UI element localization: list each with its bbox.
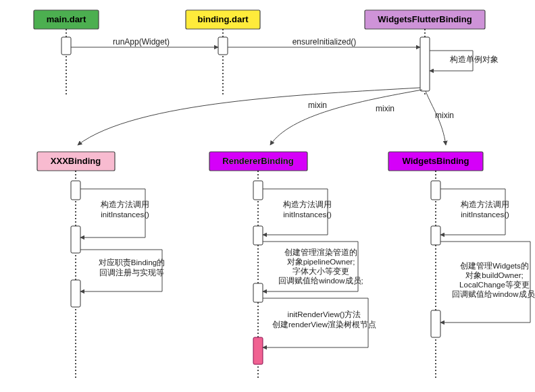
msg-construct-singleton: 构造单例对象 [430, 51, 499, 71]
msg-renderer-pipelineowner: 创建管理渲染管道的 对象pipelineOwner; 字体大小等变更 回调赋值给… [263, 242, 363, 291]
msg-runapp: runApp(Widget) [71, 37, 218, 47]
participant-binding-label: binding.dart [197, 14, 249, 24]
msg-widgets-initinstances: 构造方法调用 initInstances() [440, 189, 509, 235]
svg-text:创建管理渲染管道的: 创建管理渲染管道的 [284, 248, 357, 256]
svg-text:对象buildOwner;: 对象buildOwner; [465, 271, 523, 279]
participant-wfb: WidgetsFlutterBinding [365, 10, 485, 94]
svg-text:对象pipelineOwner;: 对象pipelineOwner; [287, 258, 355, 266]
participant-widgets-label: WidgetsBinding [403, 156, 469, 166]
participant-main: main.dart [34, 10, 99, 94]
svg-rect-2 [61, 37, 71, 55]
svg-rect-8 [420, 37, 430, 91]
participant-main-label: main.dart [47, 14, 86, 24]
svg-text:initRenderView()方法: initRenderView()方法 [288, 310, 361, 318]
svg-text:创建管理Widgets的: 创建管理Widgets的 [460, 262, 529, 270]
svg-text:构造单例对象: 构造单例对象 [449, 55, 499, 64]
msg-xxx-initinstances: 构造方法调用 initInstances() [80, 189, 149, 237]
svg-text:LocalChange等变更: LocalChange等变更 [459, 280, 530, 289]
svg-rect-21 [71, 280, 80, 307]
svg-text:mixin: mixin [308, 101, 327, 110]
svg-text:构造方法调用: 构造方法调用 [100, 200, 149, 208]
participant-xxx-label: XXXBinding [51, 156, 101, 166]
svg-rect-5 [218, 37, 228, 55]
svg-text:initInstances(): initInstances() [283, 211, 332, 219]
msg-mixin-renderer: mixin [270, 90, 422, 145]
svg-text:回调注册与实现等: 回调注册与实现等 [99, 268, 164, 277]
svg-text:RendererBinding: RendererBinding [222, 156, 294, 166]
svg-rect-29 [253, 181, 263, 200]
svg-rect-43 [431, 181, 440, 200]
svg-text:initInstances(): initInstances() [461, 211, 509, 219]
msg-mixin-xxx: mixin [78, 88, 420, 145]
svg-rect-19 [71, 181, 80, 200]
svg-text:构造方法调用: 构造方法调用 [460, 200, 509, 208]
svg-text:创建renderView渲染树根节点: 创建renderView渲染树根节点 [272, 320, 376, 329]
msg-renderer-initinstances: 构造方法调用 initInstances() [263, 189, 332, 235]
svg-text:mixin: mixin [435, 111, 454, 120]
svg-rect-44 [431, 226, 440, 245]
svg-rect-20 [71, 226, 80, 253]
msg-xxx-responsibility: 对应职责Binding的 回调注册与实现等 [80, 250, 165, 291]
msg-ensureinit: ensureInitialized() [228, 37, 420, 47]
svg-text:runApp(Widget): runApp(Widget) [113, 37, 170, 47]
svg-rect-30 [253, 226, 263, 245]
msg-widgets-buildowner: 创建管理Widgets的 对象buildOwner; LocalChange等变… [440, 242, 535, 323]
svg-rect-45 [431, 310, 440, 337]
msg-mixin-widgets: mixin [426, 91, 454, 145]
svg-text:mixin: mixin [376, 104, 394, 113]
svg-rect-31 [253, 283, 263, 302]
svg-text:回调赋值给window成员;: 回调赋值给window成员; [278, 277, 363, 285]
participant-binding: binding.dart [186, 10, 260, 94]
svg-text:ensureInitialized(): ensureInitialized() [292, 37, 357, 47]
participant-wfb-label: WidgetsFlutterBinding [378, 14, 472, 24]
svg-text:回调赋值给window成员;: 回调赋值给window成员; [452, 290, 535, 298]
svg-text:对应职责Binding的: 对应职责Binding的 [99, 258, 165, 267]
svg-text:字体大小等变更: 字体大小等变更 [292, 267, 349, 275]
msg-renderer-initrenderview: initRenderView()方法 创建renderView渲染树根节点 [263, 298, 376, 347]
sequence-diagram: main.dart binding.dart WidgetsFlutterBin… [0, 0, 535, 392]
svg-text:initInstances(): initInstances() [101, 211, 149, 219]
svg-rect-32 [253, 337, 263, 364]
svg-text:构造方法调用: 构造方法调用 [282, 200, 332, 208]
